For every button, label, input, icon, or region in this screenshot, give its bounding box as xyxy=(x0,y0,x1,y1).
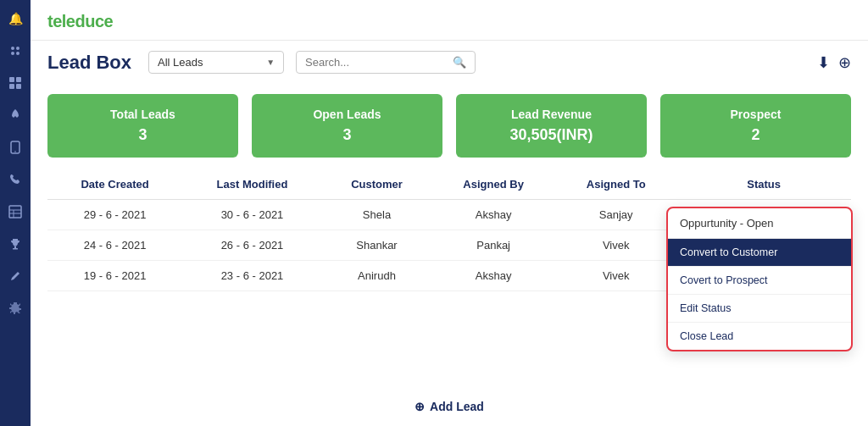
dropdown-item[interactable]: Covert to Prospect xyxy=(668,267,851,295)
dropdown-item[interactable]: Edit Status xyxy=(668,295,851,323)
open-leads-card: Open Leads 3 xyxy=(252,94,442,158)
dropdown-item[interactable]: Close Lead xyxy=(668,323,851,350)
col-date-created: Date Created xyxy=(47,169,182,200)
table-cell: 24 - 6 - 2021 xyxy=(47,230,182,261)
logo-row: teleduce xyxy=(31,0,868,41)
add-button[interactable]: ⊕ xyxy=(838,53,851,72)
prospect-value: 2 xyxy=(674,126,837,144)
page-title: Lead Box xyxy=(47,52,131,74)
sidebar: 🔔 xyxy=(0,0,31,426)
svg-point-2 xyxy=(11,52,14,55)
status-dropdown-header: Oppurtunity - Open xyxy=(668,208,851,239)
table-cell: 30 - 6 - 2021 xyxy=(182,200,322,230)
col-customer: Customer xyxy=(322,169,431,200)
table-cell: 19 - 6 - 2021 xyxy=(47,261,182,291)
total-leads-value: 3 xyxy=(61,126,225,144)
svg-rect-7 xyxy=(16,84,21,89)
table-cell: Akshay xyxy=(431,261,555,291)
dropdown-label: All Leads xyxy=(158,56,203,69)
chevron-down-icon: ▼ xyxy=(266,58,275,67)
gear-icon[interactable] xyxy=(7,300,24,317)
svg-rect-5 xyxy=(16,77,21,82)
main-content: teleduce Lead Box All Leads ▼ 🔍 ⬇ ⊕ Tota… xyxy=(31,0,868,426)
svg-rect-15 xyxy=(13,248,18,250)
trophy-icon[interactable] xyxy=(7,235,24,252)
open-leads-value: 3 xyxy=(265,126,429,144)
rocket-icon[interactable] xyxy=(7,107,24,124)
total-leads-title: Total Leads xyxy=(61,108,225,121)
app-logo: teleduce xyxy=(47,12,113,31)
logo-suffix: duce xyxy=(75,12,113,30)
header-actions: ⬇ ⊕ xyxy=(817,53,851,72)
plus-circle-icon: ⊕ xyxy=(415,400,425,413)
table-cell: 26 - 6 - 2021 xyxy=(182,230,322,261)
status-dropdown: Oppurtunity - Open Convert to CustomerCo… xyxy=(666,207,853,351)
pencil-icon[interactable] xyxy=(7,268,24,285)
grid-icon[interactable] xyxy=(7,75,24,91)
table-header-row: Date Created Last Modified Customer Asig… xyxy=(47,169,851,200)
table-cell: Akshay xyxy=(431,200,555,230)
table-cell: Sanjay xyxy=(555,200,676,230)
download-button[interactable]: ⬇ xyxy=(817,53,830,72)
svg-rect-14 xyxy=(14,246,16,248)
dropdown-item[interactable]: Convert to Customer xyxy=(668,239,851,267)
stats-row: Total Leads 3 Open Leads 3 Lead Revenue … xyxy=(31,82,868,169)
svg-point-1 xyxy=(16,47,19,50)
search-box[interactable]: 🔍 xyxy=(296,51,476,74)
search-input[interactable] xyxy=(305,56,448,69)
table-container: Date Created Last Modified Customer Asig… xyxy=(31,169,868,387)
col-assigned-by: Asigned By xyxy=(431,169,555,200)
table-cell: Vivek xyxy=(555,261,676,291)
add-lead-label: Add Lead xyxy=(430,400,484,413)
col-status: Status xyxy=(676,169,851,200)
svg-point-3 xyxy=(16,52,19,55)
svg-point-9 xyxy=(14,151,16,152)
lead-revenue-title: Lead Revenue xyxy=(470,108,633,121)
table-cell: 29 - 6 - 2021 xyxy=(47,200,182,230)
table-icon[interactable] xyxy=(7,203,24,220)
search-icon: 🔍 xyxy=(453,56,466,69)
add-lead-row: ⊕ Add Lead xyxy=(31,387,868,426)
svg-rect-4 xyxy=(9,77,14,82)
add-lead-button[interactable]: ⊕ Add Lead xyxy=(415,400,484,413)
prospect-title: Prospect xyxy=(674,108,837,121)
table-cell: 23 - 6 - 2021 xyxy=(182,261,322,291)
page-header: Lead Box All Leads ▼ 🔍 ⬇ ⊕ xyxy=(31,41,868,82)
svg-rect-10 xyxy=(9,206,21,218)
table-cell: Shela xyxy=(322,200,431,230)
table-cell: Vivek xyxy=(555,230,676,261)
lead-revenue-value: 30,505(INR) xyxy=(470,126,633,144)
table-cell: Anirudh xyxy=(322,261,431,291)
bell-icon[interactable]: 🔔 xyxy=(7,10,24,27)
svg-rect-6 xyxy=(9,84,14,89)
svg-point-0 xyxy=(11,47,14,50)
mobile-icon[interactable] xyxy=(7,139,24,156)
phone-icon[interactable] xyxy=(7,171,24,188)
col-last-modified: Last Modified xyxy=(182,169,322,200)
col-assigned-to: Asigned To xyxy=(555,169,676,200)
logo-prefix: tele xyxy=(47,12,75,30)
lead-revenue-card: Lead Revenue 30,505(INR) xyxy=(456,94,647,158)
table-cell: Pankaj xyxy=(431,230,555,261)
prospect-card: Prospect 2 xyxy=(660,94,851,158)
open-leads-title: Open Leads xyxy=(265,108,429,121)
puzzle-icon[interactable] xyxy=(7,42,24,59)
table-cell: Shankar xyxy=(322,230,431,261)
total-leads-card: Total Leads 3 xyxy=(47,94,238,158)
all-leads-dropdown[interactable]: All Leads ▼ xyxy=(148,51,284,74)
